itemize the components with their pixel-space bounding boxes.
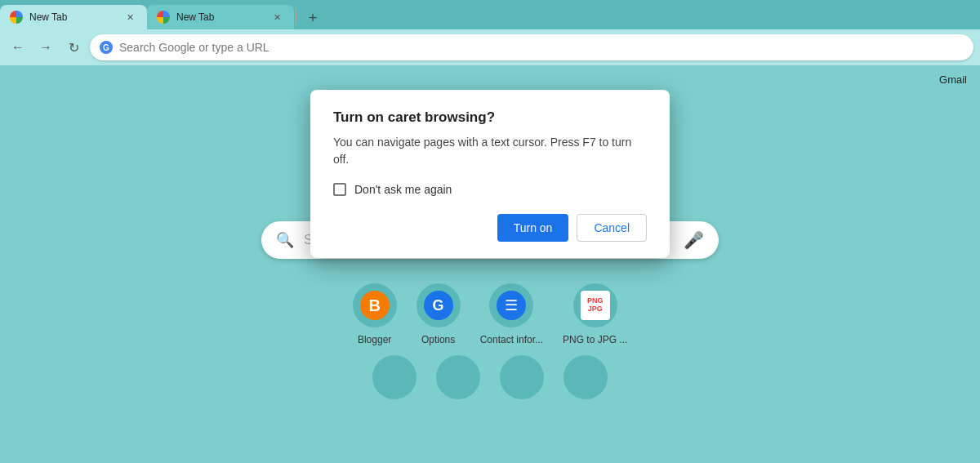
tab-1[interactable]: New Tab ✕ <box>0 5 147 29</box>
turn-on-button[interactable]: Turn on <box>497 214 569 242</box>
dialog-checkbox-label[interactable]: Don't ask me again <box>354 183 452 196</box>
tab-2-title: New Tab <box>176 11 263 23</box>
tab-1-favicon <box>10 11 23 24</box>
forward-button[interactable]: → <box>34 36 57 59</box>
tab-1-close-button[interactable]: ✕ <box>122 10 137 24</box>
omnibox-google-icon: G <box>100 41 113 54</box>
add-tab-button[interactable]: + <box>301 7 324 29</box>
back-button[interactable]: ← <box>7 36 29 59</box>
tab-separator <box>296 8 296 24</box>
dialog-title: Turn on caret browsing? <box>333 109 647 126</box>
tab-1-title: New Tab <box>29 11 116 23</box>
caret-browsing-dialog: Turn on caret browsing? You can navigate… <box>310 90 670 258</box>
dialog-checkbox[interactable] <box>333 183 346 196</box>
reload-button[interactable]: ↻ <box>62 36 85 59</box>
tab-2-close-button[interactable]: ✕ <box>270 10 284 24</box>
dialog-checkbox-row: Don't ask me again <box>333 183 647 196</box>
dialog-buttons: Turn on Cancel <box>333 214 647 242</box>
browser-frame: New Tab ✕ New Tab ✕ + ← → ↻ G Search Goo… <box>0 0 980 463</box>
tab-2[interactable]: New Tab ✕ <box>147 5 294 29</box>
tab-bar: New Tab ✕ New Tab ✕ + <box>0 0 980 29</box>
toolbar: ← → ↻ G Search Google or type a URL <box>0 29 980 65</box>
dialog-overlay: Turn on caret browsing? You can navigate… <box>0 65 980 463</box>
cancel-button[interactable]: Cancel <box>577 214 647 242</box>
dialog-message: You can navigate pages with a text curso… <box>333 134 647 168</box>
tab-2-favicon <box>157 11 170 24</box>
omnibox-text: Search Google or type a URL <box>119 41 270 54</box>
omnibox[interactable]: G Search Google or type a URL <box>90 34 973 60</box>
page-content: Gmail Google 🔍 Search Google or type a U… <box>0 65 980 463</box>
